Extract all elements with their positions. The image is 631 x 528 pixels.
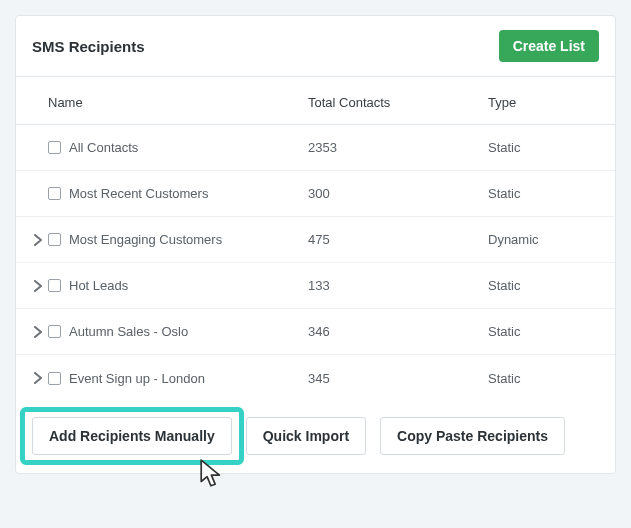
cell-name: All Contacts [48,140,308,155]
row-total: 475 [308,232,488,247]
row-total: 346 [308,324,488,339]
col-header-name: Name [48,95,308,110]
quick-import-button[interactable]: Quick Import [246,417,366,455]
row-checkbox[interactable] [48,233,61,246]
panel-footer: Add Recipients Manually Quick Import Cop… [16,401,615,473]
cell-name: Most Recent Customers [48,186,308,201]
table-row: Event Sign up - London345Static [16,355,615,401]
sms-recipients-panel: SMS Recipients Create List Name Total Co… [15,15,616,474]
table-row: Hot Leads133Static [16,263,615,309]
expand-icon[interactable] [28,372,48,384]
row-type: Dynamic [488,232,599,247]
table-row: Most Recent Customers300Static [16,171,615,217]
row-name: All Contacts [69,140,138,155]
row-total: 300 [308,186,488,201]
row-name: Event Sign up - London [69,371,205,386]
row-type: Static [488,186,599,201]
expand-icon[interactable] [28,326,48,338]
cell-name: Autumn Sales - Oslo [48,324,308,339]
row-checkbox[interactable] [48,187,61,200]
table-row: Most Engaging Customers475Dynamic [16,217,615,263]
expand-icon[interactable] [28,280,48,292]
panel-header: SMS Recipients Create List [16,16,615,77]
row-total: 133 [308,278,488,293]
row-type: Static [488,324,599,339]
cell-name: Hot Leads [48,278,308,293]
panel-title: SMS Recipients [32,38,145,55]
col-header-total: Total Contacts [308,95,488,110]
table-row: All Contacts2353Static [16,125,615,171]
create-list-button[interactable]: Create List [499,30,599,62]
cursor-icon [200,459,226,489]
recipients-table: Name Total Contacts Type All Contacts235… [16,77,615,401]
row-name: Hot Leads [69,278,128,293]
col-header-type: Type [488,95,599,110]
row-name: Most Recent Customers [69,186,208,201]
copy-paste-recipients-button[interactable]: Copy Paste Recipients [380,417,565,455]
row-checkbox[interactable] [48,279,61,292]
add-recipients-manually-button[interactable]: Add Recipients Manually [32,417,232,455]
row-type: Static [488,371,599,386]
row-checkbox[interactable] [48,325,61,338]
row-total: 345 [308,371,488,386]
row-type: Static [488,140,599,155]
row-name: Autumn Sales - Oslo [69,324,188,339]
table-row: Autumn Sales - Oslo346Static [16,309,615,355]
table-header: Name Total Contacts Type [16,77,615,125]
row-type: Static [488,278,599,293]
row-checkbox[interactable] [48,372,61,385]
row-checkbox[interactable] [48,141,61,154]
expand-icon[interactable] [28,234,48,246]
row-name: Most Engaging Customers [69,232,222,247]
cell-name: Event Sign up - London [48,371,308,386]
row-total: 2353 [308,140,488,155]
table-body: All Contacts2353StaticMost Recent Custom… [16,125,615,401]
cell-name: Most Engaging Customers [48,232,308,247]
